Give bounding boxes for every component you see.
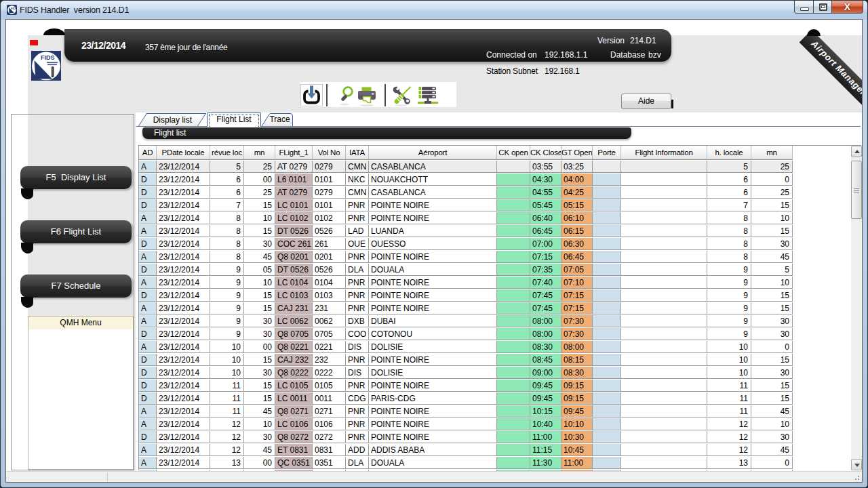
svg-text:FIDS: FIDS xyxy=(11,7,17,10)
svg-text:FIDS: FIDS xyxy=(41,54,55,61)
